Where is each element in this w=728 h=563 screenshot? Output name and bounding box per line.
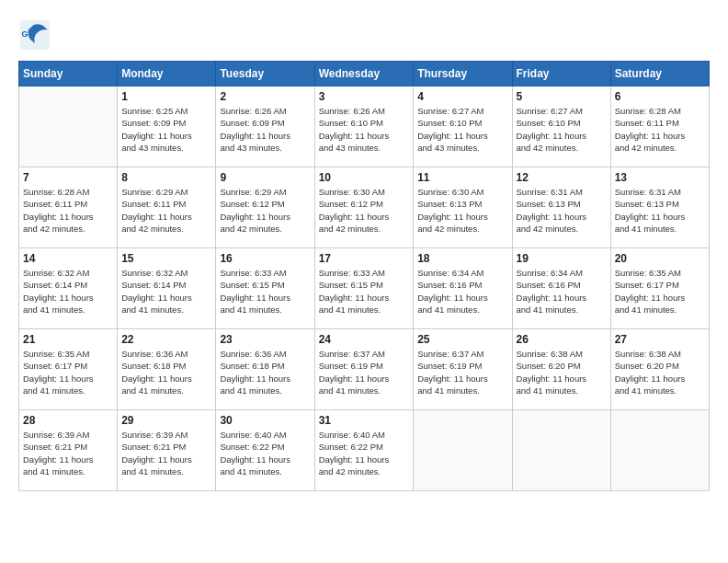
logo: G [18, 18, 55, 52]
calendar-cell: 25Sunrise: 6:37 AM Sunset: 6:19 PM Dayli… [414, 329, 512, 410]
day-info: Sunrise: 6:30 AM Sunset: 6:13 PM Dayligh… [417, 186, 507, 235]
calendar-cell: 26Sunrise: 6:38 AM Sunset: 6:20 PM Dayli… [512, 329, 610, 410]
day-info: Sunrise: 6:35 AM Sunset: 6:17 PM Dayligh… [23, 348, 113, 396]
day-info: Sunrise: 6:40 AM Sunset: 6:22 PM Dayligh… [319, 429, 410, 477]
calendar-cell: 18Sunrise: 6:34 AM Sunset: 6:16 PM Dayli… [414, 248, 512, 329]
weekday-header: Wednesday [314, 62, 414, 86]
day-number: 31 [319, 414, 410, 427]
day-number: 16 [220, 252, 310, 265]
day-number: 15 [121, 252, 211, 265]
calendar-table: SundayMondayTuesdayWednesdayThursdayFrid… [18, 61, 710, 491]
day-number: 18 [417, 252, 507, 265]
day-info: Sunrise: 6:30 AM Sunset: 6:12 PM Dayligh… [319, 186, 410, 235]
calendar-cell: 19Sunrise: 6:34 AM Sunset: 6:16 PM Dayli… [512, 248, 610, 329]
day-info: Sunrise: 6:38 AM Sunset: 6:20 PM Dayligh… [517, 348, 607, 396]
calendar-cell: 6Sunrise: 6:28 AM Sunset: 6:11 PM Daylig… [610, 86, 709, 167]
day-info: Sunrise: 6:32 AM Sunset: 6:14 PM Dayligh… [121, 267, 211, 316]
calendar-cell: 12Sunrise: 6:31 AM Sunset: 6:13 PM Dayli… [512, 167, 610, 248]
day-number: 3 [319, 90, 410, 103]
day-info: Sunrise: 6:28 AM Sunset: 6:11 PM Dayligh… [615, 105, 705, 154]
calendar-cell: 11Sunrise: 6:30 AM Sunset: 6:13 PM Dayli… [414, 167, 512, 248]
day-number: 19 [517, 252, 607, 265]
weekday-header-row: SundayMondayTuesdayWednesdayThursdayFrid… [19, 62, 710, 86]
calendar-cell: 30Sunrise: 6:40 AM Sunset: 6:22 PM Dayli… [216, 410, 314, 491]
day-number: 24 [319, 333, 410, 346]
calendar-cell: 5Sunrise: 6:27 AM Sunset: 6:10 PM Daylig… [512, 86, 610, 167]
calendar-cell: 20Sunrise: 6:35 AM Sunset: 6:17 PM Dayli… [610, 248, 709, 329]
day-info: Sunrise: 6:37 AM Sunset: 6:19 PM Dayligh… [319, 348, 410, 396]
calendar-cell: 27Sunrise: 6:38 AM Sunset: 6:20 PM Dayli… [610, 329, 709, 410]
day-info: Sunrise: 6:26 AM Sunset: 6:09 PM Dayligh… [220, 105, 310, 154]
day-number: 27 [615, 333, 705, 346]
day-info: Sunrise: 6:39 AM Sunset: 6:21 PM Dayligh… [23, 429, 113, 477]
calendar-cell [610, 410, 709, 491]
day-info: Sunrise: 6:26 AM Sunset: 6:10 PM Dayligh… [319, 105, 410, 154]
weekday-header: Sunday [19, 62, 118, 86]
day-number: 20 [615, 252, 705, 265]
calendar-week-row: 21Sunrise: 6:35 AM Sunset: 6:17 PM Dayli… [19, 329, 710, 410]
day-info: Sunrise: 6:25 AM Sunset: 6:09 PM Dayligh… [121, 105, 211, 154]
day-info: Sunrise: 6:27 AM Sunset: 6:10 PM Dayligh… [517, 105, 607, 154]
day-number: 22 [121, 333, 211, 346]
calendar-cell: 3Sunrise: 6:26 AM Sunset: 6:10 PM Daylig… [314, 86, 414, 167]
day-number: 7 [23, 171, 113, 184]
day-number: 13 [615, 171, 705, 184]
calendar-cell: 9Sunrise: 6:29 AM Sunset: 6:12 PM Daylig… [216, 167, 314, 248]
day-info: Sunrise: 6:28 AM Sunset: 6:11 PM Dayligh… [23, 186, 113, 235]
day-info: Sunrise: 6:31 AM Sunset: 6:13 PM Dayligh… [615, 186, 705, 235]
day-info: Sunrise: 6:40 AM Sunset: 6:22 PM Dayligh… [220, 429, 310, 477]
calendar-header: SundayMondayTuesdayWednesdayThursdayFrid… [19, 62, 710, 86]
calendar-week-row: 7Sunrise: 6:28 AM Sunset: 6:11 PM Daylig… [19, 167, 710, 248]
calendar-cell [414, 410, 512, 491]
day-number: 26 [517, 333, 607, 346]
day-number: 14 [23, 252, 113, 265]
day-number: 28 [23, 414, 113, 427]
day-number: 12 [517, 171, 607, 184]
weekday-header: Monday [118, 62, 216, 86]
day-info: Sunrise: 6:33 AM Sunset: 6:15 PM Dayligh… [319, 267, 410, 316]
day-number: 30 [220, 414, 310, 427]
calendar-cell: 15Sunrise: 6:32 AM Sunset: 6:14 PM Dayli… [118, 248, 216, 329]
day-number: 17 [319, 252, 410, 265]
day-number: 6 [615, 90, 705, 103]
calendar-cell [512, 410, 610, 491]
weekday-header: Saturday [610, 62, 709, 86]
calendar-cell: 24Sunrise: 6:37 AM Sunset: 6:19 PM Dayli… [314, 329, 414, 410]
calendar-cell: 21Sunrise: 6:35 AM Sunset: 6:17 PM Dayli… [19, 329, 118, 410]
day-info: Sunrise: 6:27 AM Sunset: 6:10 PM Dayligh… [417, 105, 507, 154]
weekday-header: Tuesday [216, 62, 314, 86]
day-number: 1 [121, 90, 211, 103]
weekday-header: Thursday [414, 62, 512, 86]
day-number: 2 [220, 90, 310, 103]
day-number: 8 [121, 171, 211, 184]
day-info: Sunrise: 6:32 AM Sunset: 6:14 PM Dayligh… [23, 267, 113, 316]
calendar-cell: 10Sunrise: 6:30 AM Sunset: 6:12 PM Dayli… [314, 167, 414, 248]
day-number: 25 [417, 333, 507, 346]
day-info: Sunrise: 6:39 AM Sunset: 6:21 PM Dayligh… [121, 429, 211, 477]
day-info: Sunrise: 6:36 AM Sunset: 6:18 PM Dayligh… [121, 348, 211, 396]
day-number: 5 [517, 90, 607, 103]
calendar-cell: 8Sunrise: 6:29 AM Sunset: 6:11 PM Daylig… [118, 167, 216, 248]
calendar-cell: 29Sunrise: 6:39 AM Sunset: 6:21 PM Dayli… [118, 410, 216, 491]
calendar-cell: 14Sunrise: 6:32 AM Sunset: 6:14 PM Dayli… [19, 248, 118, 329]
day-info: Sunrise: 6:31 AM Sunset: 6:13 PM Dayligh… [517, 186, 607, 235]
calendar-cell: 1Sunrise: 6:25 AM Sunset: 6:09 PM Daylig… [118, 86, 216, 167]
page-header: G [18, 18, 710, 52]
calendar-cell: 13Sunrise: 6:31 AM Sunset: 6:13 PM Dayli… [610, 167, 709, 248]
day-number: 21 [23, 333, 113, 346]
weekday-header: Friday [512, 62, 610, 86]
logo-icon: G [18, 18, 51, 52]
calendar-cell [19, 86, 118, 167]
calendar-body: 1Sunrise: 6:25 AM Sunset: 6:09 PM Daylig… [19, 86, 710, 491]
calendar-cell: 2Sunrise: 6:26 AM Sunset: 6:09 PM Daylig… [216, 86, 314, 167]
calendar-week-row: 14Sunrise: 6:32 AM Sunset: 6:14 PM Dayli… [19, 248, 710, 329]
day-number: 29 [121, 414, 211, 427]
calendar-cell: 7Sunrise: 6:28 AM Sunset: 6:11 PM Daylig… [19, 167, 118, 248]
calendar-cell: 16Sunrise: 6:33 AM Sunset: 6:15 PM Dayli… [216, 248, 314, 329]
day-info: Sunrise: 6:33 AM Sunset: 6:15 PM Dayligh… [220, 267, 310, 316]
svg-text:G: G [22, 29, 28, 39]
calendar-cell: 31Sunrise: 6:40 AM Sunset: 6:22 PM Dayli… [314, 410, 414, 491]
day-info: Sunrise: 6:34 AM Sunset: 6:16 PM Dayligh… [517, 267, 607, 316]
day-number: 10 [319, 171, 410, 184]
day-number: 23 [220, 333, 310, 346]
